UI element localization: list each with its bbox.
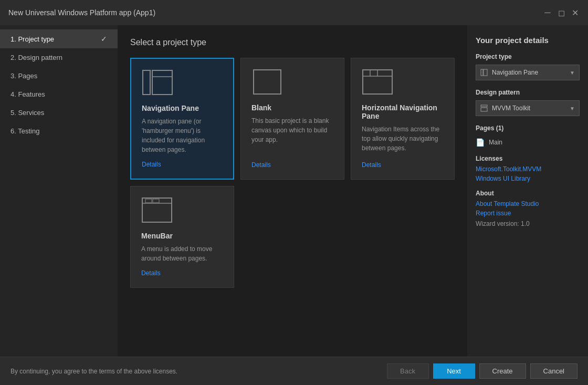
project-type-dropdown[interactable]: Navigation Pane ▼: [476, 65, 580, 80]
sidebar-item-testing[interactable]: 6. Testing: [0, 122, 118, 140]
pages-label: Pages (1): [476, 124, 580, 132]
card-desc-blank: This basic project is a blank canvas upo…: [251, 116, 333, 155]
wizard-version: Wizard version: 1.0: [476, 220, 580, 227]
next-button[interactable]: Next: [433, 363, 475, 379]
card-details-blank[interactable]: Details: [251, 161, 333, 169]
sidebar-item-pages[interactable]: 3. Pages: [0, 67, 118, 85]
svg-rect-14: [481, 105, 487, 107]
cards-grid-row1: Navigation Pane A navigation pane (or 'h…: [130, 58, 455, 180]
svg-rect-1: [152, 70, 172, 95]
card-title-horizontal-navigation-pane: Horizontal Navigation Pane: [362, 103, 444, 120]
about-title: About: [476, 190, 580, 197]
about-template-studio-link[interactable]: About Template Studio: [476, 200, 580, 207]
card-desc-horizontal-navigation-pane: Navigation Items across the top allow qu…: [362, 124, 444, 155]
card-desc-navigation-pane: A navigation pane (or 'hamburger menu') …: [142, 117, 223, 154]
title-bar: New Universal Windows Platform app (App1…: [0, 0, 588, 25]
card-icon-horizontal-navigation-pane: [362, 69, 393, 95]
card-navigation-pane[interactable]: Navigation Pane A navigation pane (or 'h…: [130, 58, 234, 180]
design-pattern-arrow: ▼: [570, 106, 575, 111]
sidebar-item-design-pattern[interactable]: 2. Design pattern: [0, 48, 118, 67]
sidebar-item-label: 4. Features: [10, 90, 45, 98]
project-type-arrow: ▼: [570, 70, 575, 76]
svg-rect-8: [142, 198, 172, 222]
cancel-button[interactable]: Cancel: [530, 363, 578, 379]
sidebar-item-project-type[interactable]: 1. Project type✓: [0, 29, 118, 48]
card-title-menubar: MenuBar: [141, 232, 223, 240]
footer: By continuing, you agree to the terms of…: [0, 357, 588, 385]
page-item: 📄 Main: [476, 136, 580, 149]
card-desc-menubar: A menu is added to move around between p…: [141, 244, 223, 263]
licenses-title: Licenses: [476, 155, 580, 162]
card-details-menubar[interactable]: Details: [141, 269, 223, 277]
license-winui-link[interactable]: Windows UI Library: [476, 175, 580, 182]
design-pattern-label: Design pattern: [476, 89, 580, 96]
svg-rect-10: [145, 199, 152, 203]
design-pattern-value: MVVM Toolkit: [492, 105, 530, 112]
design-pattern-icon: [480, 104, 489, 112]
report-issue-link[interactable]: Report issue: [476, 210, 580, 217]
svg-rect-15: [481, 108, 487, 111]
page-item-label: Main: [489, 139, 502, 146]
back-button[interactable]: Back: [387, 363, 429, 379]
cards-grid-row2: MenuBar A menu is added to move around b…: [130, 186, 455, 288]
footer-buttons: Back Next Create Cancel: [387, 363, 578, 379]
right-panel: Your project details Project type Naviga…: [467, 25, 588, 357]
svg-rect-12: [481, 69, 483, 76]
card-title-navigation-pane: Navigation Pane: [142, 104, 223, 112]
page-icon: 📄: [476, 138, 485, 147]
project-type-value: Navigation Pane: [492, 69, 538, 76]
svg-rect-13: [484, 69, 487, 76]
panel-title: Select a project type: [130, 38, 455, 47]
main-content: 1. Project type✓2. Design pattern3. Page…: [0, 25, 588, 357]
project-type-label: Project type: [476, 53, 580, 60]
card-blank[interactable]: Blank This basic project is a blank canv…: [240, 58, 344, 180]
license-mvvm-link[interactable]: Microsoft.Toolkit.MVVM: [476, 165, 580, 173]
svg-rect-0: [143, 70, 150, 95]
card-horizontal-navigation-pane[interactable]: Horizontal Navigation Pane Navigation It…: [351, 58, 455, 180]
card-icon-menubar: [141, 197, 173, 223]
card-details-horizontal-navigation-pane[interactable]: Details: [362, 161, 444, 169]
sidebar-item-label: 6. Testing: [10, 127, 39, 135]
sidebar-item-label: 2. Design pattern: [10, 54, 62, 61]
sidebar-item-features[interactable]: 4. Features: [0, 85, 118, 103]
card-menubar[interactable]: MenuBar A menu is added to move around b…: [130, 186, 234, 288]
sidebar-item-services[interactable]: 5. Services: [0, 103, 118, 122]
card-details-navigation-pane[interactable]: Details: [142, 161, 223, 168]
design-pattern-dropdown[interactable]: MVVM Toolkit ▼: [476, 100, 580, 116]
footer-disclaimer: By continuing, you agree to the terms of…: [10, 368, 177, 375]
svg-rect-3: [254, 70, 281, 94]
sidebar: 1. Project type✓2. Design pattern3. Page…: [0, 25, 118, 357]
close-button[interactable]: ✕: [570, 8, 580, 17]
center-panel: Select a project type Navigation Pane A …: [118, 25, 467, 357]
sidebar-item-label: 5. Services: [10, 109, 44, 117]
sidebar-item-label: 3. Pages: [10, 72, 37, 80]
svg-rect-11: [153, 199, 159, 203]
card-icon-blank: [251, 69, 283, 95]
create-button[interactable]: Create: [479, 363, 526, 379]
nav-pane-icon: [480, 68, 489, 77]
project-details-title: Your project details: [476, 36, 580, 45]
window-controls: ─ ◻ ✕: [543, 8, 580, 17]
window-title: New Universal Windows Platform app (App1…: [8, 8, 155, 17]
checkmark-icon: ✓: [101, 35, 107, 43]
maximize-button[interactable]: ◻: [556, 8, 566, 17]
sidebar-item-label: 1. Project type: [10, 35, 54, 43]
card-title-blank: Blank: [251, 103, 333, 112]
minimize-button[interactable]: ─: [543, 8, 552, 17]
card-icon-navigation-pane: [142, 69, 173, 96]
